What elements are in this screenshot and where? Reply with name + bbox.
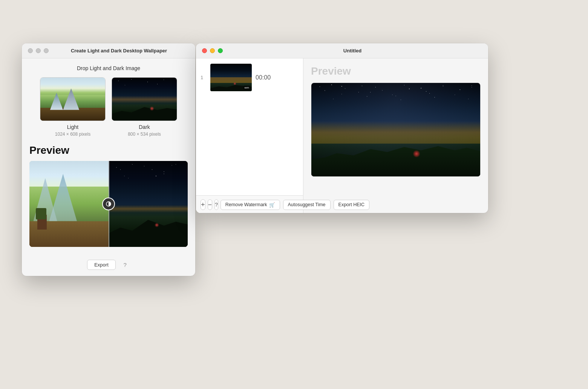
remove-watermark-label: Remove Watermark — [225, 202, 267, 207]
preview-panel-title: Preview — [311, 65, 481, 77]
thumb-tent — [233, 82, 236, 85]
tent-large — [155, 223, 159, 227]
preview-split — [29, 161, 188, 247]
timeline-panel: 1 wm 00:00 + — [196, 58, 303, 213]
remove-item-button[interactable]: − — [208, 199, 213, 210]
light-label: Light — [67, 124, 78, 130]
help-button-left[interactable]: ? — [120, 260, 130, 270]
day-scene-large — [29, 161, 109, 247]
drop-title: Drop Light and Dark Image — [29, 65, 188, 71]
timeline-item-number: 1 — [201, 75, 207, 80]
minus-icon: − — [208, 201, 212, 208]
left-bottom-bar: Export ? — [22, 254, 195, 276]
timeline-item-time: 00:00 — [256, 74, 271, 81]
preview-left-day — [29, 161, 109, 247]
traffic-lights-right — [202, 48, 223, 53]
remove-watermark-button[interactable]: Remove Watermark 🛒 — [220, 200, 280, 210]
thumb-night-scene: wm — [210, 64, 252, 91]
dark-label: Dark — [139, 124, 150, 130]
horizon-glow-large — [109, 205, 188, 213]
left-window-title: Create Light and Dark Desktop Wallpaper — [49, 48, 189, 54]
add-item-button[interactable]: + — [201, 199, 205, 210]
timeline-items-list: 1 wm 00:00 — [196, 58, 303, 195]
mountain-large — [109, 208, 188, 247]
left-window: Create Light and Dark Desktop Wallpaper … — [22, 43, 195, 276]
horizon-glow — [112, 96, 177, 103]
right-window: Untitled 1 wm — [196, 43, 488, 213]
right-window-content: 1 wm 00:00 + — [196, 58, 488, 213]
dark-image-slot[interactable]: Dark 800 × 534 pixels — [112, 77, 177, 137]
timeline-item: 1 wm 00:00 — [199, 61, 300, 93]
preview-heading-left: Preview — [29, 144, 188, 156]
close-button-right[interactable] — [202, 48, 207, 53]
watermark-badge: wm — [243, 86, 250, 90]
traffic-lights-left — [28, 48, 49, 53]
timeline-bottom-bar: + − ? Remove Watermark 🛒 Autosuggest Tim… — [196, 195, 303, 213]
question-icon: ? — [215, 202, 218, 208]
tent-glow — [150, 106, 154, 111]
light-thumbnail — [40, 77, 106, 121]
minimize-button-right[interactable] — [210, 48, 215, 53]
night-preview-large — [311, 83, 480, 176]
preview-image-container — [311, 83, 481, 177]
maximize-button-left[interactable] — [44, 48, 49, 53]
image-drop-area: Light 1024 × 608 pixels Dark 800 × 534 p… — [29, 77, 188, 137]
preview-panel: Preview — [303, 58, 488, 213]
dark-dims: 800 × 534 pixels — [128, 132, 161, 137]
preview-horizon-glow — [311, 121, 480, 144]
split-toggle-icon[interactable] — [102, 198, 115, 210]
light-dims: 1024 × 608 pixels — [55, 132, 90, 137]
day-scene-preview — [40, 78, 105, 121]
left-window-content: Drop Light and Dark Image Light 1024 × 6 — [22, 58, 195, 254]
night-scene-preview — [112, 78, 177, 121]
right-window-title: Untitled — [223, 48, 482, 54]
thumb-horizon-glow — [210, 77, 252, 83]
help-button-timeline[interactable]: ? — [214, 199, 218, 210]
light-image-slot[interactable]: Light 1024 × 608 pixels — [40, 77, 106, 137]
left-titlebar: Create Light and Dark Desktop Wallpaper — [22, 43, 195, 58]
maximize-button-right[interactable] — [218, 48, 223, 53]
dark-thumbnail — [112, 77, 177, 121]
right-titlebar: Untitled — [196, 43, 488, 58]
preview-right-night — [109, 161, 188, 247]
plus-icon: + — [201, 201, 205, 208]
timeline-thumbnail[interactable]: wm — [210, 64, 252, 91]
export-button[interactable]: Export — [87, 260, 116, 270]
night-scene-large — [109, 161, 188, 247]
desktop: Create Light and Dark Desktop Wallpaper … — [0, 0, 588, 389]
mountain-silhouette — [112, 101, 177, 121]
minimize-button-left[interactable] — [36, 48, 41, 53]
cart-icon: 🛒 — [269, 202, 275, 208]
close-button-left[interactable] — [28, 48, 33, 53]
